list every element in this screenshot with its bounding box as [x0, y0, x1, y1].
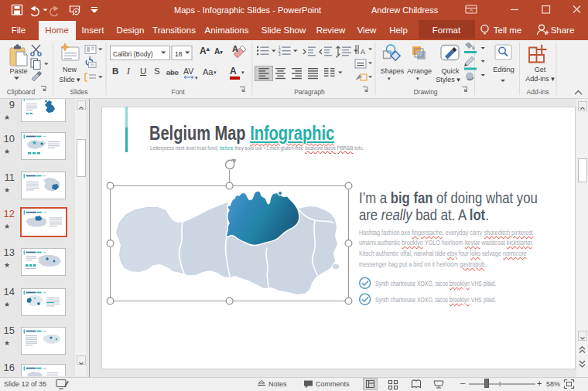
svg-text:A: A [361, 48, 365, 56]
svg-text:3: 3 [279, 53, 281, 56]
